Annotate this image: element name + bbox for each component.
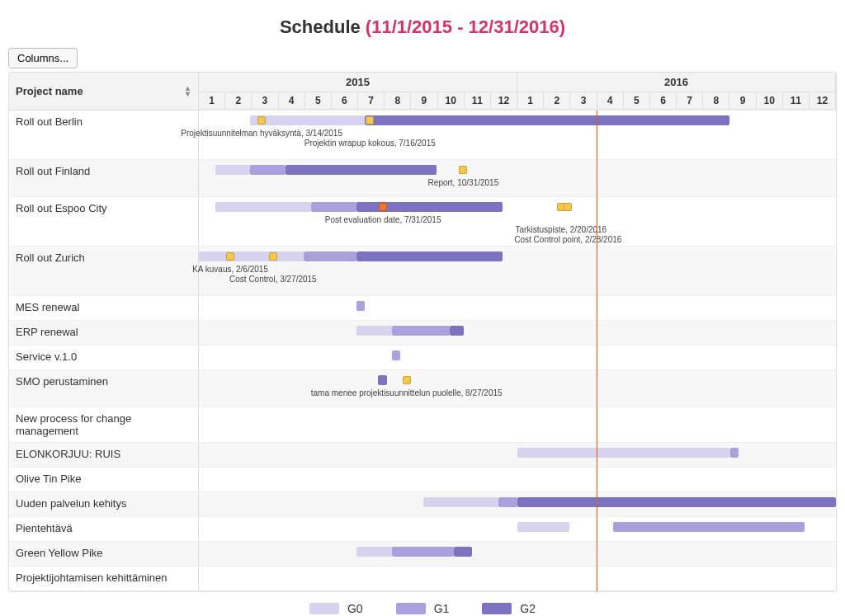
year-header: 2015 — [199, 73, 517, 92]
month-header: 4 — [279, 92, 305, 110]
table-row[interactable]: MES renewal — [9, 296, 836, 321]
project-timeline — [199, 492, 836, 516]
table-row[interactable]: Roll out Espoo CityPost evaluation date,… — [9, 197, 836, 247]
project-name-cell: ELONKORJUU: RUIS — [9, 443, 199, 467]
milestone-icon[interactable] — [269, 252, 277, 261]
milestone-label: Cost Control, 3/27/2015 — [229, 275, 317, 284]
gantt-bar-g2[interactable] — [378, 375, 388, 385]
month-header: 3 — [252, 92, 278, 110]
gantt-bar-g0[interactable] — [356, 326, 391, 336]
month-header: 12 — [491, 92, 517, 110]
project-name-cell: Green Yellow Pike — [9, 542, 199, 566]
gantt-bar-g0[interactable] — [215, 202, 311, 212]
gantt-bar-g1[interactable] — [498, 497, 517, 507]
table-row[interactable]: Roll out BerlinProjektisuunnitelman hyvä… — [9, 111, 836, 160]
table-row[interactable]: ERP renewal — [9, 321, 836, 346]
gantt-bar-g0[interactable] — [250, 115, 365, 125]
table-row[interactable]: Pientehtävä — [9, 517, 836, 542]
gantt-bar-g1[interactable] — [356, 301, 365, 311]
month-header: 6 — [650, 92, 677, 110]
table-row[interactable]: Roll out ZurichKA kuvaus, 2/6/2015Cost C… — [9, 247, 836, 296]
month-header: 7 — [677, 92, 703, 110]
milestone-label: Projektisuunnitelman hyväksyntä, 3/14/20… — [181, 129, 342, 138]
table-row[interactable]: Olive Tin Pike — [9, 468, 836, 492]
gantt-bar-g2[interactable] — [356, 252, 503, 261]
gantt-bar-g2[interactable] — [365, 115, 729, 125]
month-header: 10 — [757, 92, 783, 110]
project-timeline: Report, 10/31/2015 — [199, 160, 836, 196]
project-timeline — [199, 321, 836, 345]
gantt-bar-g2[interactable] — [517, 497, 836, 507]
table-row[interactable]: Service v.1.0 — [9, 346, 836, 370]
table-row[interactable]: Uuden palvelun kehitys — [9, 492, 836, 517]
gantt-bar-g1[interactable] — [613, 522, 805, 532]
gantt-bar-g1[interactable] — [392, 350, 401, 360]
project-name-cell: MES renewal — [9, 296, 199, 320]
month-header: 9 — [411, 92, 437, 110]
month-header: 10 — [438, 92, 465, 110]
timeline-header: 20152016123456789101112123456789101112 — [199, 73, 836, 111]
project-name-cell: Roll out Zurich — [9, 247, 199, 295]
gantt-bar-g1[interactable] — [730, 448, 739, 458]
project-timeline — [199, 517, 836, 541]
swatch-g0 — [309, 603, 339, 614]
project-name-cell: Roll out Finland — [9, 160, 199, 196]
milestone-icon[interactable] — [403, 376, 411, 384]
month-header: 7 — [358, 92, 385, 110]
month-header: 4 — [597, 92, 624, 110]
gantt-bar-g2[interactable] — [450, 326, 465, 336]
project-name-cell: Pientehtävä — [9, 517, 199, 541]
milestone-icon[interactable] — [564, 203, 572, 211]
gantt-bar-g0[interactable] — [517, 448, 730, 458]
gantt-bar-g0[interactable] — [517, 522, 569, 532]
project-name-cell: Roll out Espoo City — [9, 197, 199, 246]
gantt-header: Project name ▲▼ 201520161234567891011121… — [9, 73, 836, 111]
month-header: 6 — [332, 92, 358, 110]
month-header: 5 — [305, 92, 332, 110]
table-row[interactable]: Green Yellow Pike — [9, 542, 836, 567]
gantt-bar-g0[interactable] — [356, 547, 391, 557]
month-header: 2 — [544, 92, 570, 110]
milestone-icon[interactable] — [226, 252, 234, 261]
milestone-icon[interactable] — [257, 116, 266, 125]
table-row[interactable]: New process for change management — [9, 407, 836, 443]
gantt-bar-g2[interactable] — [454, 547, 472, 557]
sort-icon[interactable]: ▲▼ — [184, 86, 191, 97]
gantt-bar-g1[interactable] — [392, 547, 454, 557]
month-header: 11 — [465, 92, 491, 110]
year-header: 2016 — [517, 73, 836, 92]
swatch-g1 — [396, 603, 426, 614]
milestone-label: Report, 10/31/2015 — [428, 178, 499, 187]
gantt-bar-g1[interactable] — [311, 202, 356, 212]
gantt-bar-g0[interactable] — [215, 165, 250, 175]
table-row[interactable]: Projektijohtamisen kehittäminen — [9, 567, 836, 591]
gantt-bar-g1[interactable] — [304, 252, 357, 261]
project-name-cell: ERP renewal — [9, 321, 199, 345]
project-name-cell: Projektijohtamisen kehittäminen — [9, 567, 199, 590]
project-name-cell: Roll out Berlin — [9, 111, 199, 159]
gantt-bar-g1[interactable] — [250, 165, 285, 175]
month-header: 5 — [624, 92, 650, 110]
milestone-icon[interactable] — [379, 203, 387, 211]
gantt-bar-g0[interactable] — [199, 252, 304, 261]
project-name-cell: Service v.1.0 — [9, 346, 199, 369]
milestone-icon[interactable] — [459, 166, 467, 174]
table-row[interactable]: Roll out FinlandReport, 10/31/2015 — [9, 160, 836, 197]
project-timeline: Projektisuunnitelman hyväksyntä, 3/14/20… — [199, 111, 836, 159]
gantt-bar-g1[interactable] — [392, 326, 450, 336]
project-timeline — [199, 567, 836, 590]
gantt-bar-g2[interactable] — [286, 165, 437, 175]
gantt-bar-g0[interactable] — [423, 497, 498, 507]
columns-button[interactable]: Columns... — [8, 48, 78, 68]
month-header: 8 — [703, 92, 729, 110]
month-header: 3 — [570, 92, 597, 110]
gantt-chart: Project name ▲▼ 201520161234567891011121… — [8, 72, 837, 592]
milestone-icon[interactable] — [366, 116, 374, 125]
milestone-label: tama menee projektisuunnittelun puolelle… — [311, 388, 503, 397]
table-row[interactable]: SMO perustaminentama menee projektisuunn… — [9, 370, 836, 407]
project-name-header[interactable]: Project name ▲▼ — [9, 73, 199, 111]
month-header: 1 — [199, 92, 225, 110]
project-timeline — [199, 468, 836, 491]
page-title: Schedule (11/1/2015 - 12/31/2016) — [8, 16, 837, 38]
table-row[interactable]: ELONKORJUU: RUIS — [9, 443, 836, 468]
